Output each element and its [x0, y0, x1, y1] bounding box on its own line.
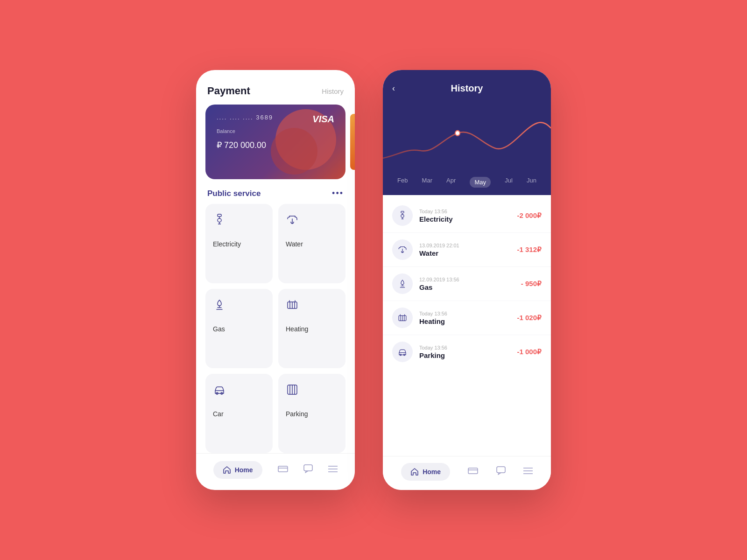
card-tab	[350, 114, 355, 170]
right-bottom-nav: Home	[383, 456, 551, 490]
public-service-title: Public service	[207, 189, 261, 198]
gas-name: Gas	[419, 283, 521, 291]
right-top-section: ‹ History Feb Mar Apr	[383, 70, 551, 195]
svg-point-30	[401, 215, 404, 217]
right-chat-nav[interactable]	[496, 466, 506, 477]
right-menu-nav[interactable]	[523, 467, 533, 476]
home-icon	[223, 466, 231, 474]
history-link[interactable]: History	[322, 87, 344, 95]
heating-history-info: Today 13:56 Heating	[419, 311, 517, 325]
service-electricity[interactable]: Electricity	[205, 204, 273, 283]
balance-label: Balance	[217, 128, 334, 134]
svg-rect-23	[304, 465, 312, 471]
service-water[interactable]: Water	[278, 204, 345, 283]
right-home-button[interactable]: Home	[401, 463, 450, 481]
heating-icon	[286, 298, 299, 314]
heating-time: Today 13:56	[419, 311, 517, 316]
card-brand: VISA	[312, 114, 334, 125]
history-item-gas[interactable]: 12.09.2019 13:56 Gas - 950₽	[383, 267, 551, 301]
gas-time: 12.09.2019 13:56	[419, 277, 521, 282]
electricity-name: Electricity	[419, 215, 517, 223]
electricity-amount: -2 000₽	[517, 211, 542, 220]
history-item-parking[interactable]: Today 13:56 Parking -1 000₽	[383, 335, 551, 369]
month-jul[interactable]: Jul	[505, 177, 513, 188]
left-header: Payment History	[196, 70, 355, 105]
water-name: Water	[419, 249, 517, 257]
parking-amount: -1 000₽	[517, 348, 542, 356]
card-container: .... .... .... 3689 VISA Balance ₽ 720 0…	[196, 105, 355, 179]
history-item-water[interactable]: 13.09.2019 22:01 Water -1 312₽	[383, 233, 551, 267]
month-may[interactable]: May	[470, 177, 491, 188]
svg-rect-21	[278, 466, 288, 472]
electricity-history-info: Today 13:56 Electricity	[419, 209, 517, 223]
water-amount: -1 312₽	[517, 245, 542, 254]
gas-amount: - 950₽	[521, 280, 542, 288]
car-icon	[213, 383, 226, 399]
gas-icon	[213, 298, 226, 314]
history-item-electricity[interactable]: Today 13:56 Electricity -2 000₽	[383, 199, 551, 233]
electricity-label: Electricity	[213, 240, 241, 248]
back-button[interactable]: ‹	[392, 84, 395, 93]
month-apr[interactable]: Apr	[446, 177, 456, 188]
svg-point-27	[455, 131, 460, 136]
svg-rect-45	[468, 468, 478, 474]
service-grid: Electricity Water	[196, 204, 355, 453]
month-jun[interactable]: Jun	[527, 177, 536, 188]
balance-amount: ₽ 720 000.00	[217, 137, 334, 151]
svg-rect-28	[401, 211, 404, 213]
parking-history-info: Today 13:56 Parking	[419, 345, 517, 359]
parking-label: Parking	[286, 410, 308, 418]
right-card-nav[interactable]	[468, 467, 478, 477]
payment-card[interactable]: .... .... .... 3689 VISA Balance ₽ 720 0…	[205, 105, 345, 179]
parking-history-icon	[392, 342, 413, 362]
service-gas[interactable]: Gas	[205, 289, 273, 368]
car-label: Car	[213, 410, 224, 418]
history-chart	[383, 98, 551, 173]
months-row: Feb Mar Apr May Jul Jun	[383, 173, 551, 195]
gas-label: Gas	[213, 325, 225, 333]
electricity-history-icon	[392, 205, 413, 226]
left-phone: Payment History .... .... .... 3689 VISA…	[196, 70, 355, 490]
parking-name: Parking	[419, 351, 517, 359]
svg-rect-0	[218, 214, 221, 217]
water-icon	[286, 213, 299, 229]
history-item-heating[interactable]: Today 13:56 Heating -1 020₽	[383, 301, 551, 335]
bottom-nav: Home	[196, 453, 355, 490]
parking-icon	[286, 383, 299, 399]
public-service-header: Public service •••	[196, 179, 355, 204]
history-list: Today 13:56 Electricity -2 000₽ 13.09.20…	[383, 195, 551, 456]
home-nav-button[interactable]: Home	[213, 461, 262, 479]
right-phone: ‹ History Feb Mar Apr	[383, 70, 551, 490]
svg-point-2	[218, 218, 221, 222]
month-feb[interactable]: Feb	[397, 177, 408, 188]
heating-name: Heating	[419, 317, 517, 325]
water-history-icon	[392, 239, 413, 260]
month-mar[interactable]: Mar	[422, 177, 432, 188]
water-label: Water	[286, 240, 303, 248]
water-history-info: 13.09.2019 22:01 Water	[419, 243, 517, 257]
heating-label: Heating	[286, 325, 308, 333]
water-time: 13.09.2019 22:01	[419, 243, 517, 248]
svg-rect-47	[497, 467, 505, 473]
electricity-time: Today 13:56	[419, 209, 517, 214]
heating-history-icon	[392, 308, 413, 328]
parking-time: Today 13:56	[419, 345, 517, 350]
gas-history-icon	[392, 273, 413, 294]
card-nav-button[interactable]	[278, 465, 288, 475]
right-home-icon	[410, 468, 419, 476]
menu-nav-button[interactable]	[328, 465, 338, 475]
gas-history-info: 12.09.2019 13:56 Gas	[419, 277, 521, 291]
page-title: Payment	[207, 85, 250, 97]
history-title: History	[451, 83, 483, 94]
heating-amount: -1 020₽	[517, 314, 542, 322]
electricity-icon	[213, 213, 226, 229]
chat-nav-button[interactable]	[303, 464, 313, 476]
service-car[interactable]: Car	[205, 374, 273, 453]
service-heating[interactable]: Heating	[278, 289, 345, 368]
more-menu-button[interactable]: •••	[332, 189, 344, 198]
service-parking[interactable]: Parking	[278, 374, 345, 453]
history-header: ‹ History	[383, 70, 551, 98]
